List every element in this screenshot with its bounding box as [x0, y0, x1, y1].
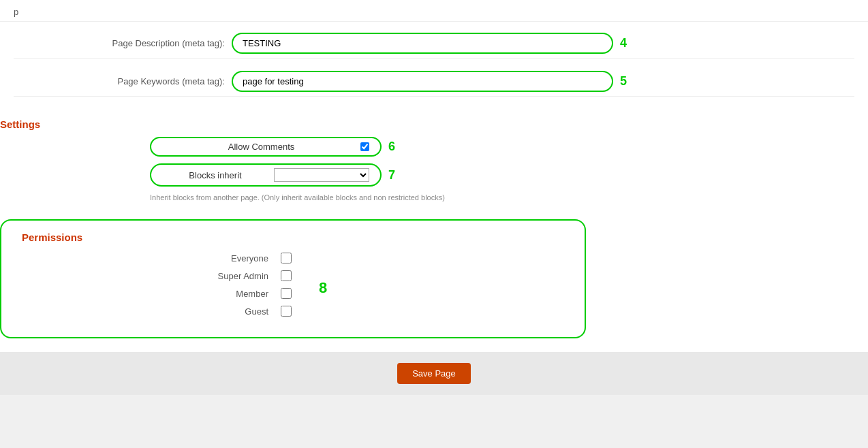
- permissions-rows: Everyone Super Admin Member Guest: [22, 253, 292, 323]
- settings-title: Settings: [0, 118, 40, 130]
- permissions-section: Permissions Everyone Super Admin Member: [0, 212, 868, 352]
- permissions-badge: 8: [319, 279, 327, 297]
- permissions-box: Permissions Everyone Super Admin Member: [0, 219, 586, 338]
- perm-checkbox-superadmin[interactable]: [281, 270, 292, 281]
- save-page-button[interactable]: Save Page: [397, 363, 471, 384]
- perm-row-guest: Guest: [22, 306, 292, 317]
- perm-row-everyone: Everyone: [22, 253, 292, 263]
- blocks-inherit-badge: 7: [388, 168, 395, 182]
- keywords-input-wrap: 5: [232, 71, 854, 92]
- form-section: Page Description (meta tag): 4 Page Keyw…: [0, 22, 868, 112]
- perm-checkbox-guest[interactable]: [281, 306, 292, 317]
- perm-label-superadmin: Super Admin: [22, 271, 281, 281]
- allow-comments-badge: 6: [388, 140, 395, 154]
- keywords-label: Page Keywords (meta tag):: [14, 76, 232, 86]
- perm-row-member: Member: [22, 288, 292, 299]
- blocks-inherit-row: Blocks inherit Option 1 Option 2 7: [150, 163, 854, 187]
- description-input[interactable]: [232, 33, 613, 54]
- allow-comments-pill: Allow Comments: [150, 137, 382, 157]
- keywords-input[interactable]: [232, 71, 613, 92]
- blocks-inherit-pill: Blocks inherit Option 1 Option 2: [150, 163, 382, 187]
- perm-label-guest: Guest: [22, 306, 281, 317]
- description-row: Page Description (meta tag): 4: [14, 29, 854, 59]
- description-input-wrap: 4: [232, 33, 854, 54]
- footer-bar: Save Page: [0, 352, 868, 395]
- perm-checkbox-member[interactable]: [281, 288, 292, 299]
- top-p-section: p: [0, 0, 868, 22]
- top-p-text: p: [14, 7, 18, 17]
- description-label: Page Description (meta tag):: [14, 38, 232, 48]
- description-badge: 4: [620, 36, 627, 50]
- perm-checkbox-everyone[interactable]: [281, 253, 292, 263]
- allow-comments-checkbox[interactable]: [360, 142, 369, 151]
- permissions-title: Permissions: [22, 231, 564, 243]
- inherit-hint: Inherit blocks from another page. (Only …: [150, 193, 854, 202]
- allow-comments-label: Allow Comments: [162, 142, 360, 152]
- perm-row-superadmin: Super Admin: [22, 270, 292, 281]
- perm-label-everyone: Everyone: [22, 253, 281, 263]
- blocks-inherit-label: Blocks inherit: [162, 170, 268, 180]
- blocks-inherit-select[interactable]: Option 1 Option 2: [274, 168, 369, 182]
- keywords-row: Page Keywords (meta tag): 5: [14, 67, 854, 97]
- settings-section: Settings Allow Comments 6 Blocks inherit…: [0, 112, 868, 212]
- keywords-badge: 5: [620, 74, 627, 89]
- allow-comments-row: Allow Comments 6: [150, 137, 854, 157]
- perm-label-member: Member: [22, 289, 281, 299]
